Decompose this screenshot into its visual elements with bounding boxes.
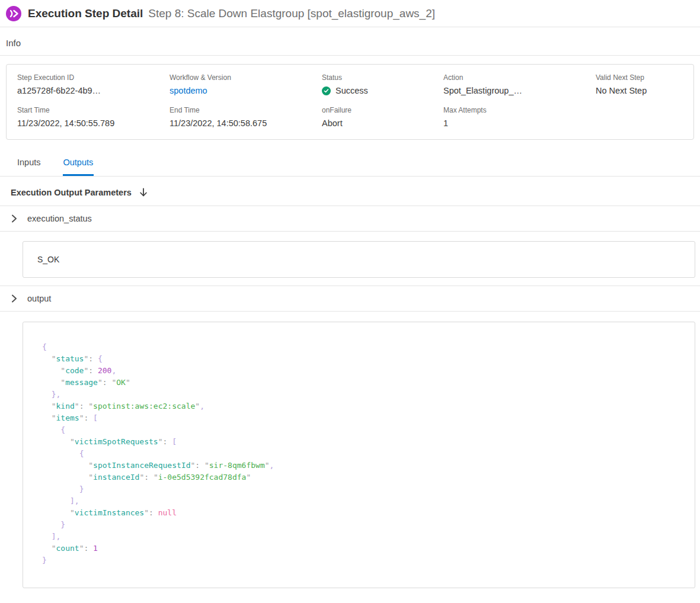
field-start-time: Start Time 11/23/2022, 14:50:55.789 xyxy=(17,106,170,128)
field-label: Workflow & Version xyxy=(170,73,322,82)
chevron-right-icon[interactable] xyxy=(11,294,17,303)
page-subtitle: Step 8: Scale Down Elastgroup [spot_elas… xyxy=(148,7,435,20)
section-output[interactable]: output xyxy=(0,286,700,312)
field-onfailure: onFailure Abort xyxy=(322,106,443,128)
app-logo-icon xyxy=(6,6,21,21)
field-label: Step Execution ID xyxy=(17,73,170,82)
field-label: Valid Next Step xyxy=(596,73,683,82)
field-value: a125728f-6b22-4b9… xyxy=(17,86,170,95)
field-valid-next-step: Valid Next Step No Next Step xyxy=(596,73,683,95)
output-parameters-header: Execution Output Parameters xyxy=(0,177,700,206)
field-label: Status xyxy=(322,73,443,82)
field-value: No Next Step xyxy=(596,86,683,95)
page-title: Execution Step Detail xyxy=(28,7,143,20)
field-step-execution-id: Step Execution ID a125728f-6b22-4b9… xyxy=(17,73,170,95)
field-label: Action xyxy=(443,73,596,82)
field-end-time: End Time 11/23/2022, 14:50:58.675 xyxy=(170,106,322,128)
field-value: Spot_Elastigroup_… xyxy=(443,86,596,95)
workflow-link[interactable]: spotdemo xyxy=(170,86,322,95)
page-header: Execution Step Detail Step 8: Scale Down… xyxy=(0,0,700,27)
info-card: Step Execution ID a125728f-6b22-4b9… Wor… xyxy=(6,64,694,140)
field-label: End Time xyxy=(170,106,322,114)
status-text: Success xyxy=(335,86,368,95)
json-code: { "status": { "code": 200, "message": "O… xyxy=(42,341,680,566)
success-check-icon xyxy=(322,86,331,95)
chevron-right-icon[interactable] xyxy=(11,214,17,223)
field-value: Abort xyxy=(322,118,443,128)
field-value: 1 xyxy=(443,118,596,128)
execution-status-value-box: S_OK xyxy=(23,241,695,278)
output-parameters-title: Execution Output Parameters xyxy=(11,188,132,197)
field-label: onFailure xyxy=(322,106,443,114)
field-max-attempts: Max Attempts 1 xyxy=(443,106,596,128)
field-value: 11/23/2022, 14:50:55.789 xyxy=(17,118,170,128)
execution-status-value: S_OK xyxy=(37,255,59,264)
field-value: 11/23/2022, 14:50:58.675 xyxy=(170,118,322,128)
info-section-label: Info xyxy=(0,27,700,55)
section-execution-status[interactable]: execution_status xyxy=(0,206,700,232)
tabs-bar: Inputs Outputs xyxy=(0,147,700,177)
section-label: output xyxy=(27,294,51,303)
field-action: Action Spot_Elastigroup_… xyxy=(443,73,596,95)
field-label: Start Time xyxy=(17,106,170,114)
arrow-down-icon[interactable] xyxy=(139,188,148,197)
field-workflow-version: Workflow & Version spotdemo xyxy=(170,73,322,95)
tab-outputs[interactable]: Outputs xyxy=(63,155,94,176)
field-label: Max Attempts xyxy=(443,106,596,114)
field-status: Status Success xyxy=(322,73,443,95)
status-badge: Success xyxy=(322,86,443,95)
output-json-box: { "status": { "code": 200, "message": "O… xyxy=(23,322,695,588)
field-empty xyxy=(596,106,683,128)
section-label: execution_status xyxy=(27,214,92,223)
tab-inputs[interactable]: Inputs xyxy=(17,155,41,176)
